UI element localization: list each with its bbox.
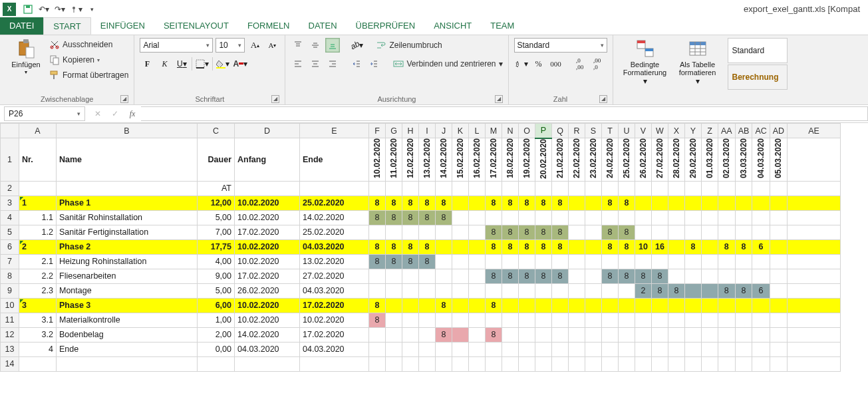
decrease-font-icon[interactable]: A▾ bbox=[265, 38, 279, 53]
tab-seitenlayout[interactable]: SEITENLAYOUT bbox=[154, 17, 238, 35]
col-header-Z[interactable]: Z bbox=[702, 124, 718, 138]
col-header-G[interactable]: G bbox=[386, 124, 402, 138]
comma-format-icon[interactable]: 000 bbox=[549, 57, 563, 71]
cut-button[interactable]: Ausschneiden bbox=[49, 38, 128, 51]
font-name-combo[interactable]: Arial▾ bbox=[140, 38, 213, 53]
col-header-AE[interactable]: AE bbox=[788, 124, 841, 138]
underline-button[interactable]: U▾ bbox=[174, 57, 189, 71]
row-header-8[interactable]: 8 bbox=[1, 269, 19, 283]
wrap-text-button[interactable]: Zeilenumbruch bbox=[376, 39, 442, 52]
row-header-10[interactable]: 10 bbox=[1, 298, 19, 313]
copy-button[interactable]: Kopieren▾ bbox=[49, 53, 128, 67]
cancel-formula-icon[interactable]: ✕ bbox=[89, 106, 106, 121]
col-header-U[interactable]: U bbox=[619, 124, 635, 138]
col-header-O[interactable]: O bbox=[519, 124, 535, 138]
row-header-14[interactable]: 14 bbox=[1, 356, 19, 371]
tab-ueberpruefen[interactable]: ÜBERPRÜFEN bbox=[347, 17, 425, 35]
col-header-F[interactable]: F bbox=[369, 124, 386, 138]
customize-qat-icon[interactable]: ▾ bbox=[85, 3, 98, 16]
border-button[interactable]: ▾ bbox=[195, 57, 210, 71]
fill-color-button[interactable]: ▾ bbox=[216, 57, 230, 71]
name-box[interactable]: P26▾ bbox=[4, 106, 85, 121]
align-left-icon[interactable] bbox=[291, 57, 305, 71]
format-painter-button[interactable]: Format übertragen bbox=[49, 69, 128, 82]
tab-daten[interactable]: DATEN bbox=[299, 17, 347, 35]
decrease-decimal-icon[interactable]: ,00,0 bbox=[590, 57, 605, 71]
font-dialog-launcher[interactable]: ◢ bbox=[271, 95, 279, 103]
col-header-J[interactable]: J bbox=[436, 124, 452, 138]
col-header-AC[interactable]: AC bbox=[752, 124, 770, 138]
number-format-combo[interactable]: Standard▾ bbox=[514, 38, 607, 53]
accounting-format-icon[interactable]: ₿▾ bbox=[514, 57, 529, 71]
tab-start[interactable]: START bbox=[43, 17, 90, 35]
percent-format-icon[interactable]: % bbox=[531, 57, 546, 71]
clipboard-dialog-launcher[interactable]: ◢ bbox=[120, 95, 128, 103]
col-header-V[interactable]: V bbox=[635, 124, 652, 138]
col-header-S[interactable]: S bbox=[585, 124, 602, 138]
col-header-X[interactable]: X bbox=[668, 124, 685, 138]
orientation-icon[interactable]: ab▾ bbox=[349, 38, 364, 53]
col-header-D[interactable]: D bbox=[235, 124, 300, 138]
col-header-I[interactable]: I bbox=[419, 124, 436, 138]
row-header-2[interactable]: 2 bbox=[1, 181, 19, 196]
bold-button[interactable]: F bbox=[140, 57, 154, 71]
col-header-R[interactable]: R bbox=[569, 124, 585, 138]
cell-style-berechnung[interactable]: Berechnung bbox=[728, 65, 788, 90]
row-header-1[interactable]: 1 bbox=[1, 138, 19, 182]
font-size-combo[interactable]: 10▾ bbox=[216, 38, 245, 53]
col-header-T[interactable]: T bbox=[602, 124, 619, 138]
row-header-11[interactable]: 11 bbox=[1, 313, 19, 327]
align-top-icon[interactable] bbox=[291, 38, 305, 53]
font-color-button[interactable]: A▾ bbox=[233, 57, 247, 71]
decrease-indent-icon[interactable] bbox=[349, 57, 364, 71]
row-header-6[interactable]: 6 bbox=[1, 239, 19, 254]
col-header-AD[interactable]: AD bbox=[770, 124, 787, 138]
col-header-L[interactable]: L bbox=[469, 124, 486, 138]
italic-button[interactable]: K bbox=[157, 57, 172, 71]
col-header-Q[interactable]: Q bbox=[552, 124, 569, 138]
row-header-13[interactable]: 13 bbox=[1, 342, 19, 356]
tab-datei[interactable]: DATEI bbox=[0, 17, 43, 35]
row-header-4[interactable]: 4 bbox=[1, 210, 19, 225]
tab-formeln[interactable]: FORMELN bbox=[238, 17, 299, 35]
merge-center-button[interactable]: Verbinden und zentrieren ▾ bbox=[393, 57, 502, 70]
col-header-P[interactable]: P bbox=[535, 124, 552, 138]
worksheet-grid[interactable]: ABCDEFGHIJKLMNOPQRSTUVWXYZAAABACADAE1Nr.… bbox=[0, 123, 868, 372]
number-dialog-launcher[interactable]: ◢ bbox=[599, 95, 607, 103]
formula-input[interactable] bbox=[141, 106, 868, 121]
col-header-C[interactable]: C bbox=[198, 124, 235, 138]
alignment-dialog-launcher[interactable]: ◢ bbox=[495, 95, 503, 103]
enter-formula-icon[interactable]: ✓ bbox=[106, 106, 124, 121]
conditional-formatting-button[interactable]: Bedingte Formatierung▾ bbox=[619, 38, 672, 86]
format-as-table-button[interactable]: Als Tabelle formatieren▾ bbox=[672, 38, 724, 86]
col-header-E[interactable]: E bbox=[300, 124, 369, 138]
tab-team[interactable]: TEAM bbox=[481, 17, 523, 35]
col-header-AA[interactable]: AA bbox=[718, 124, 736, 138]
tab-ansicht[interactable]: ANSICHT bbox=[424, 17, 481, 35]
increase-font-icon[interactable]: A▴ bbox=[247, 38, 262, 53]
col-header-H[interactable]: H bbox=[402, 124, 419, 138]
col-header-B[interactable]: B bbox=[57, 124, 198, 138]
save-icon[interactable] bbox=[21, 3, 35, 16]
col-header-N[interactable]: N bbox=[502, 124, 519, 138]
row-header-5[interactable]: 5 bbox=[1, 225, 19, 239]
increase-decimal-icon[interactable]: ,0,00 bbox=[573, 57, 587, 71]
row-header-3[interactable]: 3 bbox=[1, 196, 19, 210]
row-header-9[interactable]: 9 bbox=[1, 283, 19, 298]
redo-icon[interactable]: ↷▾ bbox=[53, 3, 67, 16]
cell-style-standard[interactable]: Standard bbox=[728, 38, 788, 63]
undo-icon[interactable]: ↶▾ bbox=[37, 3, 51, 16]
col-header-Y[interactable]: Y bbox=[685, 124, 702, 138]
touch-mode-icon[interactable]: ▾ bbox=[69, 3, 82, 16]
col-header-K[interactable]: K bbox=[452, 124, 469, 138]
col-header-W[interactable]: W bbox=[652, 124, 668, 138]
align-bottom-icon[interactable] bbox=[325, 38, 340, 53]
align-middle-icon[interactable] bbox=[308, 38, 323, 53]
paste-button[interactable]: Einfügen▾ bbox=[5, 38, 47, 76]
col-header-M[interactable]: M bbox=[486, 124, 502, 138]
tab-einfuegen[interactable]: EINFÜGEN bbox=[91, 17, 154, 35]
row-header-12[interactable]: 12 bbox=[1, 327, 19, 342]
insert-function-icon[interactable]: fx bbox=[124, 106, 141, 121]
align-center-icon[interactable] bbox=[308, 57, 323, 71]
col-header-AB[interactable]: AB bbox=[735, 124, 752, 138]
